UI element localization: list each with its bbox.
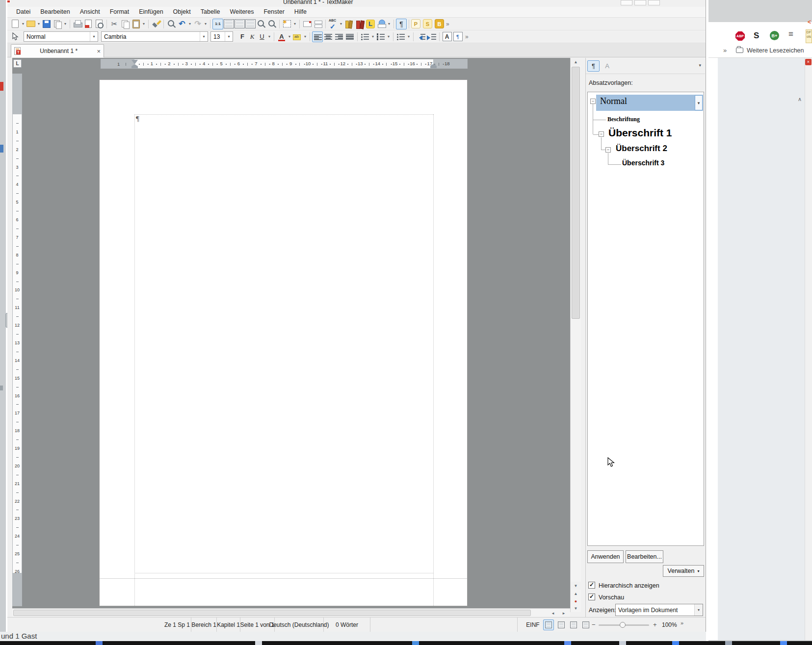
bookmarks-overflow-icon[interactable]: » (723, 47, 727, 54)
menu-item[interactable]: Hilfe (289, 7, 312, 17)
zoom-out-icon[interactable] (256, 19, 266, 29)
menu-item[interactable]: Tabelle (196, 7, 225, 17)
align-center-icon[interactable] (323, 31, 334, 42)
character-styles-tab-icon[interactable]: A (601, 60, 613, 72)
menu-item[interactable]: Weiteres (225, 7, 259, 17)
thesaurus-icon[interactable] (343, 19, 354, 29)
scroll-right-icon[interactable]: ▸ (559, 609, 569, 617)
cut-icon[interactable]: ✂ (109, 19, 120, 29)
zoom-slider-handle[interactable] (620, 622, 626, 628)
taskbar-icon[interactable] (412, 641, 419, 645)
menu-item[interactable]: Format (105, 7, 134, 17)
view-fullscreen-icon[interactable] (568, 619, 579, 630)
bullet-list-dropdown-icon[interactable]: ▾ (370, 31, 375, 42)
copy-icon[interactable] (120, 19, 131, 29)
basic-button[interactable]: B (435, 19, 444, 28)
redo-dropdown-icon[interactable]: ▾ (203, 19, 208, 29)
align-justify-icon[interactable] (344, 31, 355, 42)
taskbar-icon[interactable] (96, 641, 103, 645)
extension-icon[interactable]: S (754, 31, 759, 41)
document-page[interactable]: ¶ (99, 79, 468, 606)
view-columns-icon[interactable] (245, 19, 256, 29)
browser-menu-icon[interactable]: ≡ (788, 29, 793, 39)
underline-dropdown-icon[interactable]: ▾ (267, 31, 272, 42)
style-item-ueberschrift-3[interactable]: Überschrift 3 (622, 159, 664, 167)
numbered-list-icon[interactable] (375, 31, 386, 42)
font-color-dropdown-icon[interactable]: ▾ (287, 31, 292, 42)
browse-object-icon[interactable]: ● (571, 597, 581, 605)
multilevel-list-dropdown-icon[interactable]: ▾ (406, 31, 411, 42)
title-bar[interactable]: Unbenannt 1 * - TextMaker (7, 0, 706, 7)
view-normal-icon[interactable] (223, 19, 234, 29)
view-normal-icon[interactable] (556, 619, 567, 630)
style-item-normal[interactable]: Normal (600, 96, 627, 106)
menu-item[interactable]: Fenster (259, 7, 289, 17)
print-preview-icon[interactable] (94, 19, 105, 29)
zoom-original-icon[interactable]: 1:1 (212, 19, 223, 29)
spell-check-dropdown-icon[interactable]: ▾ (339, 19, 343, 29)
menu-item[interactable]: Einfügen (134, 7, 168, 17)
view-page-layout-icon[interactable] (543, 619, 554, 630)
browse-previous-icon[interactable]: ▲ (571, 590, 581, 597)
bookmarks-folder-label[interactable]: Weitere Lesezeichen (747, 47, 804, 54)
numbered-list-dropdown-icon[interactable]: ▾ (386, 31, 391, 42)
paste-icon[interactable] (131, 19, 141, 29)
formatting-marks-toggle-icon[interactable]: ¶ (396, 19, 407, 29)
insert-object-frame-icon[interactable]: ∗ (282, 19, 292, 29)
dictionaries-icon[interactable] (354, 19, 365, 29)
document-tab[interactable]: T Unbenannt 1 * × (11, 44, 104, 57)
planmaker-button[interactable]: P (411, 19, 420, 28)
vertical-scrollbar-thumb[interactable] (572, 67, 580, 319)
paragraph-dialog-icon[interactable]: ¶ (452, 31, 463, 42)
spell-check-icon[interactable]: ABC ✓ (328, 19, 339, 29)
highlight-icon[interactable] (292, 31, 303, 42)
minimize-button[interactable] (621, 0, 632, 5)
align-left-icon[interactable] (312, 31, 323, 42)
languagetool-icon[interactable]: L (365, 19, 376, 29)
style-dropdown-icon[interactable]: ▾ (695, 95, 703, 110)
sidebar-options-icon[interactable]: ▾ (699, 63, 701, 68)
tab-close-icon[interactable]: × (97, 48, 101, 55)
format-painter-icon[interactable] (151, 19, 161, 29)
bullet-list-icon[interactable] (360, 31, 370, 42)
taskbar-icon[interactable] (255, 641, 262, 645)
style-item-ueberschrift-2[interactable]: Überschrift 2 (616, 144, 667, 154)
save-as-icon[interactable] (52, 19, 63, 29)
extension-icon[interactable]: B+ (770, 31, 779, 40)
save-icon[interactable] (41, 19, 52, 29)
style-item-beschriftung[interactable]: Beschriftung (607, 116, 640, 123)
translate-dropdown-icon[interactable]: ▾ (387, 19, 392, 29)
toolbar-overflow-icon[interactable]: » (446, 21, 449, 27)
hierarchical-checkbox[interactable] (588, 582, 595, 589)
new-document-icon[interactable] (10, 19, 21, 29)
scroll-down-icon[interactable]: ▼ (571, 582, 581, 590)
undo-dropdown-icon[interactable]: ▾ (187, 19, 192, 29)
bold-button[interactable]: F (237, 31, 247, 42)
menu-item[interactable]: Ansicht (75, 7, 105, 17)
zoom-custom-icon[interactable] (266, 19, 277, 29)
save-as-dropdown-icon[interactable]: ▾ (63, 19, 68, 29)
multilevel-list-icon[interactable] (395, 31, 406, 42)
tree-expander-icon[interactable]: − (605, 147, 611, 153)
edit-button[interactable]: Bearbeiten... (626, 550, 663, 563)
menu-item[interactable]: Objekt (168, 7, 196, 17)
toolbar-overflow-icon[interactable]: » (465, 33, 469, 40)
preview-checkbox[interactable] (588, 593, 595, 600)
horizontal-scrollbar[interactable]: ◂ ▸ (12, 608, 570, 617)
export-pdf-icon[interactable] (83, 19, 94, 29)
paste-dropdown-icon[interactable]: ▾ (141, 19, 146, 29)
align-right-icon[interactable] (334, 31, 344, 42)
taskbar-icon[interactable] (672, 641, 679, 645)
taskbar-icon[interactable] (780, 641, 787, 645)
close-button[interactable] (648, 0, 660, 5)
tree-expander-icon[interactable]: − (599, 131, 604, 137)
show-select[interactable]: Vorlagen im Dokument ▾ (615, 604, 703, 616)
font-color-icon[interactable]: A (276, 31, 287, 42)
undo-icon[interactable]: ↶ (177, 19, 187, 29)
translate-icon[interactable] (376, 19, 387, 29)
scroll-up-icon[interactable]: ▲ (571, 58, 581, 66)
collapse-chevron-icon[interactable]: ∧ (798, 96, 802, 103)
redo-icon[interactable]: ↷ (192, 19, 203, 29)
increase-indent-icon[interactable] (426, 31, 437, 42)
style-item-ueberschrift-1[interactable]: Überschrift 1 (608, 127, 672, 139)
